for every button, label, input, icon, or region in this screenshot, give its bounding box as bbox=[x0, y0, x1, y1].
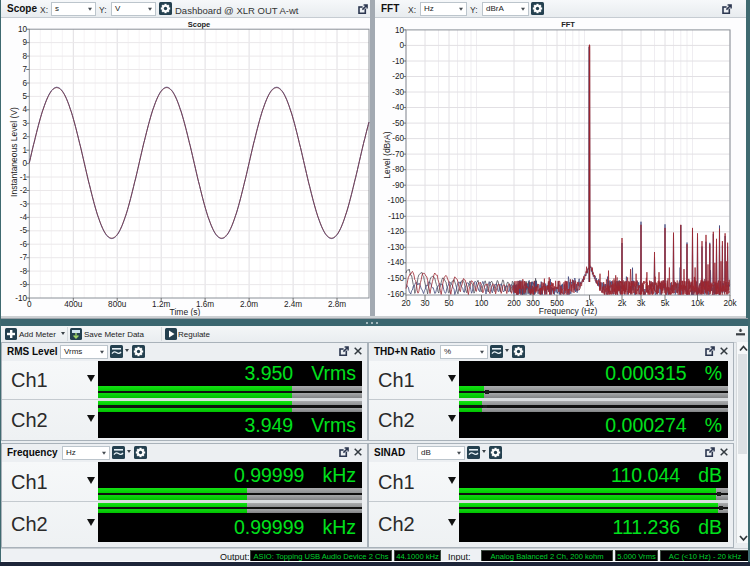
svg-text:-30: -30 bbox=[392, 88, 404, 97]
svg-text:200: 200 bbox=[507, 299, 521, 308]
svg-text:-20: -20 bbox=[392, 72, 404, 81]
svg-text:100: 100 bbox=[475, 299, 489, 308]
svg-text:Level (dBrA): Level (dBrA) bbox=[382, 131, 392, 178]
svg-text:20k: 20k bbox=[723, 299, 737, 308]
svg-text:3k: 3k bbox=[637, 299, 647, 308]
svg-text:-110: -110 bbox=[388, 212, 404, 221]
svg-text:-40: -40 bbox=[392, 103, 404, 112]
svg-text:-10: -10 bbox=[392, 57, 404, 66]
svg-text:5k: 5k bbox=[661, 299, 671, 308]
svg-text:Frequency (Hz): Frequency (Hz) bbox=[539, 306, 598, 316]
svg-text:50: 50 bbox=[444, 299, 454, 308]
svg-text:10k: 10k bbox=[691, 299, 705, 308]
svg-text:30: 30 bbox=[420, 299, 430, 308]
svg-text:10: 10 bbox=[395, 26, 405, 35]
svg-text:-150: -150 bbox=[388, 274, 405, 283]
svg-text:-140: -140 bbox=[388, 258, 405, 267]
svg-text:-130: -130 bbox=[388, 243, 405, 252]
svg-text:-160: -160 bbox=[388, 290, 405, 299]
svg-text:20: 20 bbox=[401, 299, 411, 308]
svg-text:-60: -60 bbox=[392, 134, 404, 143]
svg-text:FFT: FFT bbox=[561, 20, 575, 29]
svg-text:2k: 2k bbox=[618, 299, 628, 308]
svg-text:-70: -70 bbox=[392, 150, 404, 159]
svg-text:-120: -120 bbox=[388, 227, 405, 236]
svg-text:-50: -50 bbox=[392, 119, 404, 128]
svg-text:-80: -80 bbox=[392, 165, 404, 174]
svg-text:-90: -90 bbox=[392, 181, 404, 190]
svg-text:-100: -100 bbox=[388, 196, 405, 205]
